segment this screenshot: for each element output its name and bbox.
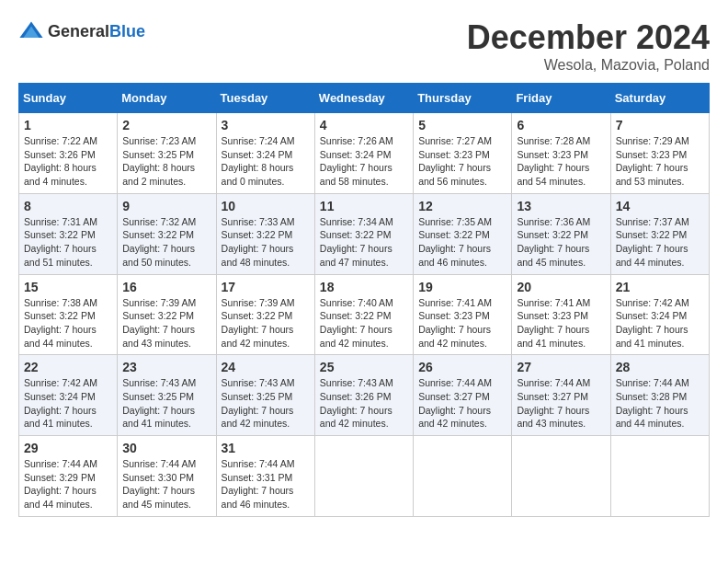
day-number: 17 — [222, 280, 310, 294]
day-number: 29 — [24, 441, 112, 455]
table-row: 17Sunrise: 7:39 AMSunset: 3:22 PMDayligh… — [216, 274, 314, 355]
table-row: 14Sunrise: 7:37 AMSunset: 3:22 PMDayligh… — [610, 193, 709, 274]
table-row: 16Sunrise: 7:39 AMSunset: 3:22 PMDayligh… — [118, 274, 216, 355]
day-info: Sunrise: 7:36 AMSunset: 3:22 PMDaylight:… — [517, 215, 605, 270]
day-number: 14 — [616, 199, 704, 213]
day-number: 10 — [222, 199, 310, 213]
table-row: 19Sunrise: 7:41 AMSunset: 3:23 PMDayligh… — [414, 274, 512, 355]
table-row: 24Sunrise: 7:43 AMSunset: 3:25 PMDayligh… — [216, 355, 314, 436]
day-number: 3 — [222, 118, 310, 132]
day-info: Sunrise: 7:39 AMSunset: 3:22 PMDaylight:… — [222, 296, 310, 350]
table-row: 4Sunrise: 7:26 AMSunset: 3:24 PMDaylight… — [314, 113, 413, 194]
col-wednesday: Wednesday — [314, 84, 413, 113]
day-number: 5 — [418, 118, 506, 132]
table-row — [512, 436, 610, 517]
day-info: Sunrise: 7:43 AMSunset: 3:26 PMDaylight:… — [320, 376, 408, 431]
day-info: Sunrise: 7:44 AMSunset: 3:27 PMDaylight:… — [517, 376, 605, 431]
day-info: Sunrise: 7:35 AMSunset: 3:22 PMDaylight:… — [418, 215, 506, 270]
table-row: 29Sunrise: 7:44 AMSunset: 3:29 PMDayligh… — [19, 436, 118, 517]
day-info: Sunrise: 7:41 AMSunset: 3:23 PMDaylight:… — [517, 296, 605, 350]
day-number: 15 — [24, 280, 112, 294]
calendar-week-row: 15Sunrise: 7:38 AMSunset: 3:22 PMDayligh… — [19, 274, 710, 355]
day-number: 4 — [320, 118, 408, 132]
table-row: 30Sunrise: 7:44 AMSunset: 3:30 PMDayligh… — [118, 436, 216, 517]
table-row: 10Sunrise: 7:33 AMSunset: 3:22 PMDayligh… — [216, 193, 314, 274]
day-number: 24 — [222, 360, 310, 374]
calendar-week-row: 8Sunrise: 7:31 AMSunset: 3:22 PMDaylight… — [19, 193, 710, 274]
day-info: Sunrise: 7:27 AMSunset: 3:23 PMDaylight:… — [418, 134, 506, 189]
table-row — [314, 436, 413, 517]
day-number: 23 — [122, 360, 210, 374]
table-row: 5Sunrise: 7:27 AMSunset: 3:23 PMDaylight… — [414, 113, 512, 194]
day-info: Sunrise: 7:42 AMSunset: 3:24 PMDaylight:… — [616, 296, 704, 350]
page-container: GeneralBlue December 2024 Wesola, Mazovi… — [18, 18, 710, 517]
day-number: 22 — [24, 360, 112, 374]
day-number: 20 — [517, 280, 605, 294]
day-number: 13 — [517, 199, 605, 213]
day-info: Sunrise: 7:34 AMSunset: 3:22 PMDaylight:… — [320, 215, 408, 270]
logo: GeneralBlue — [18, 18, 145, 44]
table-row: 8Sunrise: 7:31 AMSunset: 3:22 PMDaylight… — [19, 193, 118, 274]
table-row: 27Sunrise: 7:44 AMSunset: 3:27 PMDayligh… — [512, 355, 610, 436]
table-row: 13Sunrise: 7:36 AMSunset: 3:22 PMDayligh… — [512, 193, 610, 274]
table-row: 18Sunrise: 7:40 AMSunset: 3:22 PMDayligh… — [314, 274, 413, 355]
title-area: December 2024 Wesola, Mazovia, Poland — [467, 18, 710, 74]
table-row: 21Sunrise: 7:42 AMSunset: 3:24 PMDayligh… — [610, 274, 709, 355]
day-info: Sunrise: 7:26 AMSunset: 3:24 PMDaylight:… — [320, 134, 408, 189]
day-number: 12 — [418, 199, 506, 213]
day-info: Sunrise: 7:23 AMSunset: 3:25 PMDaylight:… — [122, 134, 210, 189]
day-number: 6 — [517, 118, 605, 132]
col-friday: Friday — [512, 84, 610, 113]
day-number: 27 — [517, 360, 605, 374]
day-info: Sunrise: 7:24 AMSunset: 3:24 PMDaylight:… — [222, 134, 310, 189]
day-info: Sunrise: 7:43 AMSunset: 3:25 PMDaylight:… — [222, 376, 310, 431]
table-row: 15Sunrise: 7:38 AMSunset: 3:22 PMDayligh… — [19, 274, 118, 355]
calendar-week-row: 22Sunrise: 7:42 AMSunset: 3:24 PMDayligh… — [19, 355, 710, 436]
table-row: 28Sunrise: 7:44 AMSunset: 3:28 PMDayligh… — [610, 355, 709, 436]
table-row: 31Sunrise: 7:44 AMSunset: 3:31 PMDayligh… — [216, 436, 314, 517]
day-info: Sunrise: 7:28 AMSunset: 3:23 PMDaylight:… — [517, 134, 605, 189]
day-info: Sunrise: 7:37 AMSunset: 3:22 PMDaylight:… — [616, 215, 704, 270]
logo-icon — [18, 18, 44, 44]
day-number: 11 — [320, 199, 408, 213]
calendar-table: Sunday Monday Tuesday Wednesday Thursday… — [18, 83, 710, 517]
day-number: 2 — [122, 118, 210, 132]
col-sunday: Sunday — [19, 84, 118, 113]
day-info: Sunrise: 7:40 AMSunset: 3:22 PMDaylight:… — [320, 296, 408, 350]
day-info: Sunrise: 7:31 AMSunset: 3:22 PMDaylight:… — [24, 215, 112, 270]
col-thursday: Thursday — [414, 84, 512, 113]
table-row: 9Sunrise: 7:32 AMSunset: 3:22 PMDaylight… — [118, 193, 216, 274]
day-info: Sunrise: 7:44 AMSunset: 3:31 PMDaylight:… — [222, 457, 310, 511]
day-number: 16 — [122, 280, 210, 294]
day-info: Sunrise: 7:29 AMSunset: 3:23 PMDaylight:… — [616, 134, 704, 189]
table-row: 23Sunrise: 7:43 AMSunset: 3:25 PMDayligh… — [118, 355, 216, 436]
day-number: 28 — [616, 360, 704, 374]
day-info: Sunrise: 7:33 AMSunset: 3:22 PMDaylight:… — [222, 215, 310, 270]
table-row: 22Sunrise: 7:42 AMSunset: 3:24 PMDayligh… — [19, 355, 118, 436]
day-number: 9 — [122, 199, 210, 213]
day-number: 19 — [418, 280, 506, 294]
calendar-week-row: 29Sunrise: 7:44 AMSunset: 3:29 PMDayligh… — [19, 436, 710, 517]
table-row: 12Sunrise: 7:35 AMSunset: 3:22 PMDayligh… — [414, 193, 512, 274]
day-number: 21 — [616, 280, 704, 294]
day-info: Sunrise: 7:43 AMSunset: 3:25 PMDaylight:… — [122, 376, 210, 431]
table-row: 26Sunrise: 7:44 AMSunset: 3:27 PMDayligh… — [414, 355, 512, 436]
day-number: 30 — [122, 441, 210, 455]
calendar-week-row: 1Sunrise: 7:22 AMSunset: 3:26 PMDaylight… — [19, 113, 710, 194]
table-row: 2Sunrise: 7:23 AMSunset: 3:25 PMDaylight… — [118, 113, 216, 194]
day-number: 18 — [320, 280, 408, 294]
location-subtitle: Wesola, Mazovia, Poland — [467, 57, 710, 74]
day-number: 25 — [320, 360, 408, 374]
day-info: Sunrise: 7:22 AMSunset: 3:26 PMDaylight:… — [24, 134, 112, 189]
day-info: Sunrise: 7:38 AMSunset: 3:22 PMDaylight:… — [24, 296, 112, 350]
day-info: Sunrise: 7:44 AMSunset: 3:30 PMDaylight:… — [122, 457, 210, 511]
table-row: 11Sunrise: 7:34 AMSunset: 3:22 PMDayligh… — [314, 193, 413, 274]
col-tuesday: Tuesday — [216, 84, 314, 113]
table-row: 6Sunrise: 7:28 AMSunset: 3:23 PMDaylight… — [512, 113, 610, 194]
day-info: Sunrise: 7:44 AMSunset: 3:27 PMDaylight:… — [418, 376, 506, 431]
col-monday: Monday — [118, 84, 216, 113]
day-info: Sunrise: 7:44 AMSunset: 3:28 PMDaylight:… — [616, 376, 704, 431]
day-info: Sunrise: 7:44 AMSunset: 3:29 PMDaylight:… — [24, 457, 112, 511]
table-row — [414, 436, 512, 517]
table-row: 7Sunrise: 7:29 AMSunset: 3:23 PMDaylight… — [610, 113, 709, 194]
